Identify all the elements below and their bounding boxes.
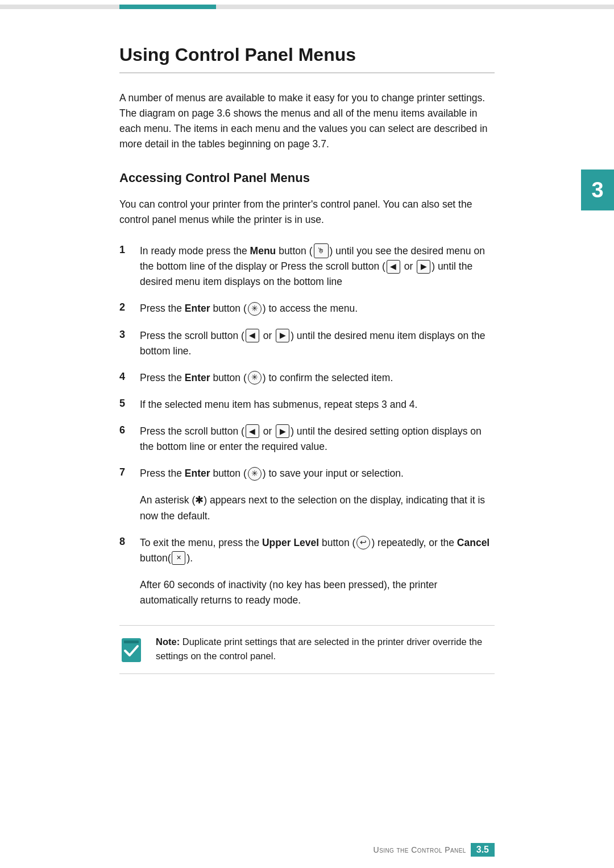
scroll-right-icon-3: ▶ [276, 329, 289, 342]
menu-icon: 🖰 [314, 243, 329, 258]
cancel-icon: × [172, 551, 185, 565]
step-4-number: 4 [119, 370, 135, 383]
steps-list-2: 8 To exit the menu, press the Upper Leve… [119, 535, 495, 566]
footer-page: 3.5 [471, 843, 495, 857]
step-3-text: Press the scroll button (◀ or ▶) until t… [140, 328, 495, 359]
scroll-right-icon-6: ▶ [276, 424, 289, 438]
step-3-number: 3 [119, 328, 135, 341]
note-icon [119, 637, 147, 664]
step-5-text: If the selected menu item has submenus, … [140, 397, 495, 412]
step-5: 5 If the selected menu item has submenus… [119, 397, 495, 412]
step-7-text: Press the Enter button (✳) to save your … [140, 466, 495, 481]
top-bar [0, 5, 614, 9]
upper-level-icon: ↩ [356, 536, 370, 549]
enter-icon-7: ✳ [248, 467, 262, 481]
page-container: 3 Using Control Panel Menus A number of … [0, 5, 614, 868]
step-2-text: Press the Enter button (✳) to access the… [140, 301, 495, 316]
note-label: Note: [156, 636, 180, 647]
scroll-left-icon-3: ◀ [246, 329, 259, 342]
step-4-text: Press the Enter button (✳) to confirm th… [140, 370, 495, 386]
step-1-text: In ready mode press the Menu button (🖰) … [140, 243, 495, 290]
step-8: 8 To exit the menu, press the Upper Leve… [119, 535, 495, 566]
top-bar-accent [119, 5, 216, 9]
step-6-number: 6 [119, 424, 135, 436]
step-8-number: 8 [119, 535, 135, 548]
note-body: Duplicate print settings that are select… [156, 636, 482, 661]
step-6-text: Press the scroll button (◀ or ▶) until t… [140, 424, 495, 454]
footer: Using the Control Panel 3.5 [119, 843, 495, 857]
step-1-number: 1 [119, 243, 135, 256]
step-7: 7 Press the Enter button (✳) to save you… [119, 466, 495, 481]
note-box: Note: Duplicate print settings that are … [119, 625, 495, 674]
chapter-tab: 3 [581, 170, 614, 210]
step-5-number: 5 [119, 397, 135, 410]
intro-text: A number of menus are available to make … [119, 90, 495, 152]
step-8-subtext: After 60 seconds of inactivity (no key h… [140, 577, 495, 608]
scroll-left-icon-6: ◀ [246, 424, 259, 438]
step-4: 4 Press the Enter button (✳) to confirm … [119, 370, 495, 386]
enter-icon-4: ✳ [248, 371, 262, 385]
step-2-number: 2 [119, 301, 135, 313]
scroll-right-icon: ▶ [417, 260, 430, 274]
step-7-number: 7 [119, 466, 135, 478]
scroll-left-icon: ◀ [387, 260, 400, 274]
step-1: 1 In ready mode press the Menu button (🖰… [119, 243, 495, 290]
step-3: 3 Press the scroll button (◀ or ▶) until… [119, 328, 495, 359]
section-title: Accessing Control Panel Menus [119, 171, 495, 185]
svg-rect-1 [124, 640, 139, 643]
step-6: 6 Press the scroll button (◀ or ▶) until… [119, 424, 495, 454]
main-content: Using Control Panel Menus A number of me… [0, 5, 614, 708]
chapter-number: 3 [591, 178, 603, 202]
section-intro: You can control your printer from the pr… [119, 197, 495, 228]
page-title: Using Control Panel Menus [119, 44, 495, 73]
step-7-subtext: An asterisk (✱) appears next to the sele… [140, 493, 495, 523]
step-8-text: To exit the menu, press the Upper Level … [140, 535, 495, 566]
step-2: 2 Press the Enter button (✳) to access t… [119, 301, 495, 316]
steps-list: 1 In ready mode press the Menu button (🖰… [119, 243, 495, 482]
footer-text: Using the Control Panel [374, 845, 466, 854]
enter-icon-2: ✳ [248, 302, 262, 316]
note-text: Note: Duplicate print settings that are … [156, 635, 495, 663]
